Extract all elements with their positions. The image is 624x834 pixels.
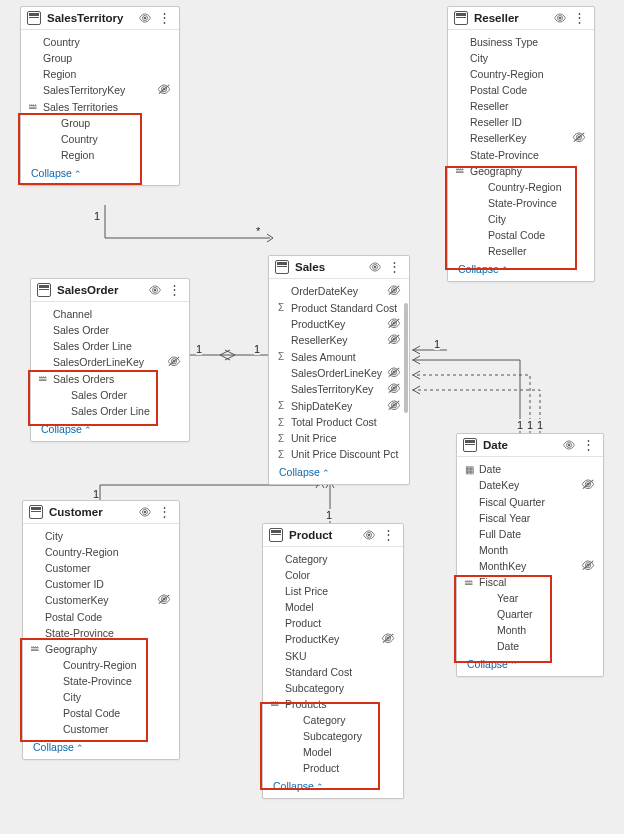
- table-date[interactable]: Date ⋮▦ Date DateKey Fiscal Quarter Fisc…: [456, 433, 604, 677]
- more-icon[interactable]: ⋮: [386, 262, 403, 272]
- field-row[interactable]: Customer: [23, 560, 179, 576]
- field-row[interactable]: Σ Total Product Cost: [269, 414, 409, 430]
- collapse-link[interactable]: Collapse⌃: [263, 776, 403, 798]
- table-reseller[interactable]: Reseller ⋮ Business Type City Country-Re…: [447, 6, 595, 282]
- collapse-link[interactable]: Collapse⌃: [21, 163, 179, 185]
- field-row[interactable]: Country-Region: [448, 179, 594, 195]
- field-row[interactable]: Σ ShipDateKey: [269, 398, 409, 415]
- field-row[interactable]: List Price: [263, 583, 403, 599]
- field-row[interactable]: Business Type: [448, 34, 594, 50]
- field-row[interactable]: Region: [21, 147, 179, 163]
- collapse-link[interactable]: Collapse⌃: [269, 462, 409, 484]
- table-header[interactable]: SalesTerritory ⋮: [21, 7, 179, 30]
- field-row[interactable]: ProductKey: [269, 316, 409, 333]
- field-row[interactable]: State-Province: [448, 147, 594, 163]
- field-row[interactable]: Region: [21, 66, 179, 82]
- table-product[interactable]: Product ⋮ Category Color List Price Mode…: [262, 523, 404, 799]
- visibility-icon[interactable]: [138, 13, 152, 23]
- table-header[interactable]: SalesOrder ⋮: [31, 279, 189, 302]
- field-row[interactable]: Customer: [23, 721, 179, 737]
- field-row[interactable]: Category: [263, 712, 403, 728]
- field-row[interactable]: Postal Code: [23, 705, 179, 721]
- field-row[interactable]: Country-Region: [23, 544, 179, 560]
- table-salesOrder[interactable]: SalesOrder ⋮ Channel Sales Order Sales O…: [30, 278, 190, 442]
- field-row[interactable]: ⩸ Sales Orders: [31, 371, 189, 387]
- field-row[interactable]: Channel: [31, 306, 189, 322]
- field-row[interactable]: Sales Order Line: [31, 338, 189, 354]
- field-row[interactable]: Year: [457, 590, 603, 606]
- field-row[interactable]: Standard Cost: [263, 664, 403, 680]
- field-row[interactable]: City: [23, 689, 179, 705]
- more-icon[interactable]: ⋮: [156, 507, 173, 517]
- field-row[interactable]: Group: [21, 50, 179, 66]
- visibility-icon[interactable]: [362, 530, 376, 540]
- field-row[interactable]: OrderDateKey: [269, 283, 409, 300]
- field-row[interactable]: Quarter: [457, 606, 603, 622]
- field-row[interactable]: Model: [263, 744, 403, 760]
- more-icon[interactable]: ⋮: [380, 530, 397, 540]
- table-header[interactable]: Customer ⋮: [23, 501, 179, 524]
- more-icon[interactable]: ⋮: [580, 440, 597, 450]
- collapse-link[interactable]: Collapse⌃: [448, 259, 594, 281]
- field-row[interactable]: Reseller: [448, 98, 594, 114]
- field-row[interactable]: Country-Region: [23, 657, 179, 673]
- field-row[interactable]: ResellerKey: [448, 130, 594, 147]
- field-row[interactable]: Month: [457, 622, 603, 638]
- field-row[interactable]: Postal Code: [448, 227, 594, 243]
- visibility-icon[interactable]: [138, 507, 152, 517]
- field-row[interactable]: MonthKey: [457, 558, 603, 575]
- field-row[interactable]: ⩸ Fiscal: [457, 574, 603, 590]
- field-row[interactable]: ⩸ Geography: [448, 163, 594, 179]
- field-row[interactable]: Country: [21, 131, 179, 147]
- field-row[interactable]: Fiscal Year: [457, 510, 603, 526]
- field-row[interactable]: CustomerKey: [23, 592, 179, 609]
- field-row[interactable]: State-Province: [448, 195, 594, 211]
- collapse-link[interactable]: Collapse⌃: [457, 654, 603, 676]
- table-salesTerritory[interactable]: SalesTerritory ⋮ Country Group Region Sa…: [20, 6, 180, 186]
- field-row[interactable]: Customer ID: [23, 576, 179, 592]
- collapse-link[interactable]: Collapse⌃: [23, 737, 179, 759]
- field-row[interactable]: Full Date: [457, 526, 603, 542]
- field-row[interactable]: ResellerKey: [269, 332, 409, 349]
- field-row[interactable]: State-Province: [23, 625, 179, 641]
- field-row[interactable]: Model: [263, 599, 403, 615]
- field-row[interactable]: Date: [457, 638, 603, 654]
- field-row[interactable]: Sales Order: [31, 322, 189, 338]
- scrollbar[interactable]: [404, 303, 408, 413]
- field-row[interactable]: Sales Order: [31, 387, 189, 403]
- field-row[interactable]: Product: [263, 760, 403, 776]
- field-row[interactable]: Reseller: [448, 243, 594, 259]
- table-header[interactable]: Reseller ⋮: [448, 7, 594, 30]
- field-row[interactable]: ⩸ Sales Territories: [21, 99, 179, 115]
- more-icon[interactable]: ⋮: [571, 13, 588, 23]
- field-row[interactable]: ⩸ Products: [263, 696, 403, 712]
- field-row[interactable]: Reseller ID: [448, 114, 594, 130]
- field-row[interactable]: DateKey: [457, 477, 603, 494]
- table-header[interactable]: Sales ⋮: [269, 256, 409, 279]
- field-row[interactable]: City: [448, 211, 594, 227]
- field-row[interactable]: City: [23, 528, 179, 544]
- field-row[interactable]: ▦ Date: [457, 461, 603, 477]
- field-row[interactable]: Σ Unit Price: [269, 430, 409, 446]
- field-row[interactable]: ⩸ Geography: [23, 641, 179, 657]
- field-row[interactable]: Month: [457, 542, 603, 558]
- model-diagram-canvas[interactable]: 1 * 1 1 1 1 1 1 1 1 { "collapse_label": …: [0, 0, 624, 834]
- field-row[interactable]: Σ Sales Amount: [269, 349, 409, 365]
- table-customer[interactable]: Customer ⋮ City Country-Region Customer …: [22, 500, 180, 760]
- field-row[interactable]: Postal Code: [23, 609, 179, 625]
- field-row[interactable]: ProductKey: [263, 631, 403, 648]
- field-row[interactable]: Fiscal Quarter: [457, 494, 603, 510]
- visibility-icon[interactable]: [553, 13, 567, 23]
- field-row[interactable]: Country: [21, 34, 179, 50]
- table-header[interactable]: Date ⋮: [457, 434, 603, 457]
- field-row[interactable]: Subcategory: [263, 728, 403, 744]
- field-row[interactable]: State-Province: [23, 673, 179, 689]
- field-row[interactable]: Country-Region: [448, 66, 594, 82]
- field-row[interactable]: Subcategory: [263, 680, 403, 696]
- more-icon[interactable]: ⋮: [166, 285, 183, 295]
- field-row[interactable]: SKU: [263, 648, 403, 664]
- field-row[interactable]: City: [448, 50, 594, 66]
- field-row[interactable]: Product: [263, 615, 403, 631]
- table-header[interactable]: Product ⋮: [263, 524, 403, 547]
- field-row[interactable]: Category: [263, 551, 403, 567]
